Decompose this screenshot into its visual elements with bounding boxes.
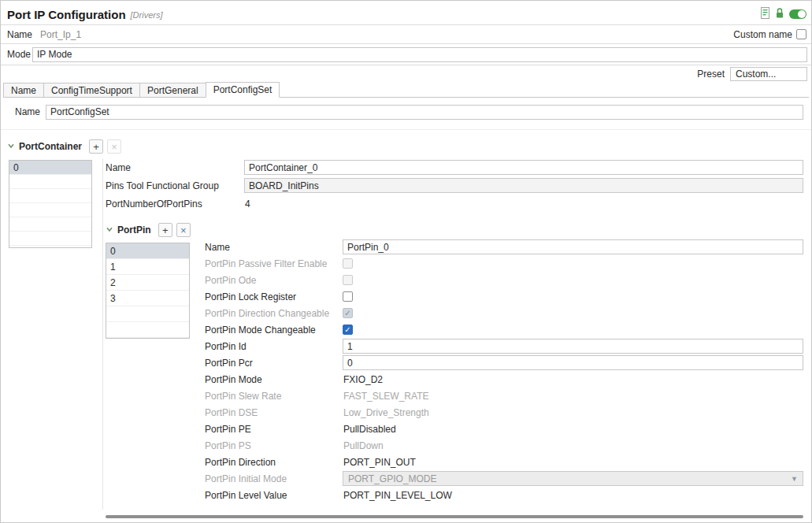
portpin-list: 0 1 2 3 bbox=[106, 243, 190, 339]
header-toolbar bbox=[760, 7, 806, 21]
portpin-remove-button[interactable]: × bbox=[176, 223, 191, 237]
functional-group-select[interactable]: BOARD_InitPins bbox=[244, 178, 803, 193]
row-portpin-mode-changeable: PortPin Mode Changeable bbox=[205, 321, 803, 338]
functional-group-label: Pins Tool Functional Group bbox=[106, 180, 244, 191]
list-item-empty bbox=[9, 217, 91, 232]
portcontainer-add-button[interactable]: + bbox=[89, 139, 103, 154]
portpin-passive-filter-label: PortPin Passive Filter Enable bbox=[205, 258, 343, 269]
configset-name-input[interactable] bbox=[46, 105, 803, 120]
portpin-name-input[interactable] bbox=[343, 239, 803, 254]
portpin-direction-changeable-checkbox bbox=[343, 308, 353, 318]
portcontainer-section-header: PortContainer + × bbox=[7, 139, 121, 154]
mode-label: Mode bbox=[7, 49, 32, 60]
portpin-mode-changeable-checkbox[interactable] bbox=[343, 325, 353, 335]
mode-input[interactable] bbox=[32, 47, 807, 62]
list-item[interactable]: 0 bbox=[9, 161, 91, 175]
chevron-down-icon[interactable] bbox=[106, 224, 113, 236]
list-item-empty bbox=[106, 322, 189, 338]
portpin-dse-value: Low_Drive_Strength bbox=[343, 407, 429, 418]
portcontainer-remove-button: × bbox=[107, 139, 121, 154]
list-item[interactable]: 3 bbox=[106, 291, 189, 306]
row-portcontainer-name: Name bbox=[106, 158, 803, 176]
lock-icon[interactable] bbox=[775, 7, 784, 21]
portpin-form: Name PortPin Passive Filter Enable PortP… bbox=[205, 239, 803, 503]
row-portpin-pe: PortPin PE PullDisabled bbox=[205, 421, 803, 437]
portpin-ps-value: PullDown bbox=[343, 440, 384, 451]
portpin-dse-label: PortPin DSE bbox=[205, 407, 343, 418]
list-item[interactable]: 1 bbox=[106, 259, 189, 275]
portpin-pcr-label: PortPin Pcr bbox=[205, 358, 343, 369]
list-item[interactable]: 2 bbox=[106, 275, 189, 291]
row-functional-group: Pins Tool Functional Group BOARD_InitPin… bbox=[106, 176, 803, 195]
portpin-initial-mode-value: PORT_GPIO_MODE bbox=[348, 473, 436, 484]
portpin-pe-label: PortPin PE bbox=[205, 424, 343, 435]
row-portpin-mode: PortPin Mode FXIO_D2 bbox=[205, 371, 803, 388]
horizontal-scrollbar[interactable] bbox=[106, 515, 803, 518]
preset-label: Preset bbox=[697, 69, 725, 80]
portpin-mode-label: PortPin Mode bbox=[205, 374, 343, 385]
portpin-initial-mode-select: PORT_GPIO_MODE ▼ bbox=[343, 471, 803, 486]
portpin-mode-value[interactable]: FXIO_D2 bbox=[343, 374, 383, 385]
portpin-ps-label: PortPin PS bbox=[205, 440, 343, 451]
row-portpin-lock-register: PortPin Lock Register bbox=[205, 288, 803, 305]
list-item-empty bbox=[9, 175, 91, 189]
toggle-knob bbox=[798, 10, 806, 18]
divider bbox=[1, 129, 811, 130]
identity-row: Name Port_Ip_1 Custom name bbox=[7, 25, 806, 43]
portpin-pcr-input[interactable] bbox=[343, 355, 803, 370]
custom-name-checkbox[interactable] bbox=[796, 29, 806, 39]
document-icon[interactable] bbox=[760, 7, 770, 21]
divider bbox=[1, 65, 811, 65]
row-portpin-direction-changeable: PortPin Direction Changeable bbox=[205, 305, 803, 321]
tabbar: Name ConfigTimeSupport PortGeneral PortC… bbox=[3, 82, 809, 98]
portcontainer-name-label: Name bbox=[106, 162, 244, 173]
row-portpin-name: Name bbox=[205, 239, 803, 255]
tab-portgeneral[interactable]: PortGeneral bbox=[139, 83, 206, 97]
preset-select[interactable]: Custom... bbox=[730, 67, 807, 81]
portpin-add-button[interactable]: + bbox=[158, 223, 172, 237]
row-portpin-direction: PortPin Direction PORT_PIN_OUT bbox=[205, 454, 803, 470]
row-portpin-initial-mode: PortPin Initial Mode PORT_GPIO_MODE ▼ bbox=[205, 470, 803, 487]
portpin-slew-rate-value: FAST_SLEW_RATE bbox=[343, 391, 428, 402]
list-item-empty bbox=[9, 232, 91, 246]
portpin-direction-value[interactable]: PORT_PIN_OUT bbox=[343, 457, 416, 468]
tab-configtimesupport[interactable]: ConfigTimeSupport bbox=[43, 83, 140, 97]
portpin-lock-register-checkbox[interactable] bbox=[343, 291, 353, 302]
portpin-direction-label: PortPin Direction bbox=[205, 457, 343, 468]
portcontainer-name-input[interactable] bbox=[244, 160, 803, 175]
portpin-passive-filter-checkbox bbox=[343, 258, 353, 269]
custom-name-wrap: Custom name bbox=[733, 29, 806, 40]
configset-name-row: Name bbox=[15, 104, 803, 120]
portpin-direction-changeable-label: PortPin Direction Changeable bbox=[205, 308, 343, 319]
portpin-mode-changeable-label: PortPin Mode Changeable bbox=[205, 325, 343, 336]
portpin-pe-value[interactable]: PullDisabled bbox=[343, 424, 396, 435]
tab-name[interactable]: Name bbox=[3, 83, 44, 97]
list-item-empty bbox=[9, 203, 91, 217]
page-subtitle: [Drivers] bbox=[131, 10, 163, 20]
portpin-section-header: PortPin + × bbox=[106, 222, 191, 238]
row-portpin-passive-filter: PortPin Passive Filter Enable bbox=[205, 255, 803, 272]
row-num-pins: PortNumberOfPortPins 4 bbox=[106, 195, 803, 213]
header: Port IP Configuration [Drivers] bbox=[7, 5, 806, 24]
portcontainer-form: Name Pins Tool Functional Group BOARD_In… bbox=[106, 158, 803, 213]
portpin-ode-label: PortPin Ode bbox=[205, 275, 343, 286]
portpin-name-label: Name bbox=[205, 242, 343, 253]
list-item[interactable]: 0 bbox=[106, 243, 189, 259]
tab-portconfigset[interactable]: PortConfigSet bbox=[206, 82, 280, 98]
list-item-empty bbox=[9, 189, 91, 203]
toggle-on-icon[interactable] bbox=[789, 9, 806, 19]
splitter bbox=[102, 158, 103, 510]
chevron-down-icon[interactable] bbox=[7, 141, 15, 152]
name-label: Name bbox=[7, 29, 32, 40]
preset-row: Preset Custom... bbox=[697, 67, 807, 81]
chevron-down-icon: ▼ bbox=[791, 475, 798, 483]
list-item-empty bbox=[106, 306, 189, 322]
num-pins-label: PortNumberOfPortPins bbox=[106, 198, 244, 210]
portpin-id-input[interactable] bbox=[343, 339, 803, 354]
row-portpin-level-value: PortPin Level Value PORT_PIN_LEVEL_LOW bbox=[205, 487, 803, 503]
portcontainer-list: 0 bbox=[9, 160, 92, 248]
portpin-level-value-value[interactable]: PORT_PIN_LEVEL_LOW bbox=[343, 490, 452, 501]
row-portpin-ode: PortPin Ode bbox=[205, 272, 803, 288]
row-portpin-id: PortPin Id bbox=[205, 338, 803, 354]
mode-row: Mode bbox=[7, 44, 807, 65]
